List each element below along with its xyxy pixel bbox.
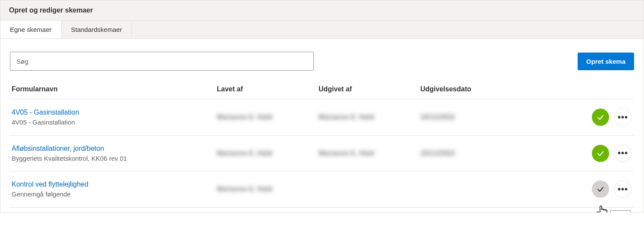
col-header-creator: Lavet af [217,85,319,93]
create-schema-button[interactable]: Opret skema [578,53,634,70]
more-icon: ••• [618,148,628,158]
page-title: Opret og rediger skemaer [0,0,644,21]
table-row: Kontrol ved flyttelejlighed Gennemgå føl… [10,171,634,208]
publish-status-button[interactable] [592,145,609,162]
date-value: 10/11/2022 [420,150,455,157]
cursor-hand-icon [596,205,609,212]
date-value: 10/11/2022 [420,113,455,121]
col-header-publisher: Udgivet af [319,85,420,93]
check-icon [596,113,605,122]
publish-status-button[interactable] [592,109,609,126]
publish-status-button[interactable] [592,181,609,198]
check-icon [596,185,605,193]
table-row: Afløbsinstallationer, jord/beton Byggeri… [10,136,634,172]
search-input[interactable] [10,52,314,71]
schema-link[interactable]: Afløbsinstallationer, jord/beton [12,143,217,154]
schema-link[interactable]: Kontrol ved flyttelejlighed [12,179,217,190]
creator-value: Marianne E. Hald [217,150,272,157]
tabs: Egne skemaer Standardskemaer [0,21,644,39]
tooltip-publish: Udgiv [610,210,631,212]
schema-subtitle: Byggeriets Kvalitetskontrol, KK06 rev 01 [12,154,217,164]
creator-value: Marianne E. Hald [217,113,272,121]
schema-subtitle: 4V05 - Gasinstallation [12,118,217,128]
tab-standard-schemas[interactable]: Standardskemaer [62,21,132,38]
toolbar: Opret skema [10,52,634,71]
check-icon [596,149,605,158]
col-header-date: Udgivelsesdato [420,85,550,93]
tab-own-schemas[interactable]: Egne skemaer [0,21,62,38]
schema-table: Formularnavn Lavet af Udgivet af Udgivel… [10,85,634,208]
schema-subtitle: Gennemgå følgende [12,190,217,199]
more-actions-button[interactable]: ••• [614,109,631,126]
more-icon: ••• [618,112,628,122]
creator-value: Marianne E. Hald [217,185,272,193]
table-row: 4V05 - Gasinstallation 4V05 - Gasinstall… [10,100,634,136]
publisher-value: Marianne E. Hald [319,113,374,121]
more-icon: ••• [618,184,628,194]
publisher-value: Marianne E. Hald [319,150,374,157]
more-actions-button[interactable]: ••• [614,145,631,162]
col-header-name: Formularnavn [10,85,217,93]
more-actions-button[interactable]: ••• [614,181,631,198]
schema-link[interactable]: 4V05 - Gasinstallation [12,107,217,118]
table-header: Formularnavn Lavet af Udgivet af Udgivel… [10,85,634,100]
